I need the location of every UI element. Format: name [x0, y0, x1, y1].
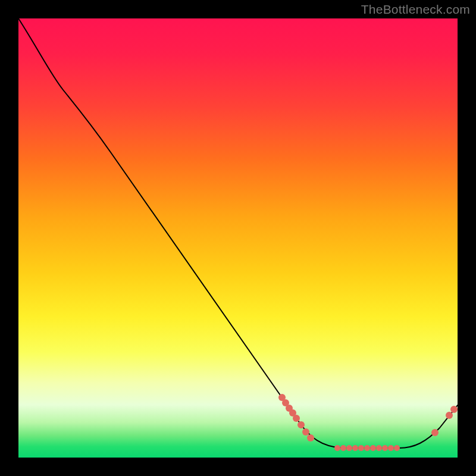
svg-point-6 — [302, 428, 309, 436]
svg-point-10 — [346, 445, 352, 451]
plot-area — [18, 18, 458, 458]
svg-point-14 — [370, 445, 376, 451]
svg-point-18 — [394, 445, 400, 451]
chart-root: TheBottleneck.com — [0, 0, 476, 476]
dot-cluster-valley — [334, 445, 400, 451]
svg-point-21 — [450, 406, 458, 413]
svg-point-13 — [364, 445, 370, 451]
svg-point-8 — [334, 445, 340, 451]
watermark-text: TheBottleneck.com — [361, 2, 470, 17]
svg-point-7 — [307, 434, 314, 441]
svg-point-4 — [293, 415, 300, 422]
svg-point-20 — [446, 412, 453, 419]
svg-point-19 — [431, 429, 439, 436]
bottleneck-curve — [18, 18, 458, 448]
svg-point-11 — [352, 445, 358, 451]
svg-point-12 — [358, 445, 364, 451]
svg-point-16 — [382, 445, 388, 451]
svg-point-9 — [340, 445, 346, 451]
svg-point-15 — [376, 445, 382, 451]
curve-layer — [18, 18, 458, 458]
svg-point-5 — [298, 421, 305, 428]
svg-point-17 — [388, 445, 394, 451]
